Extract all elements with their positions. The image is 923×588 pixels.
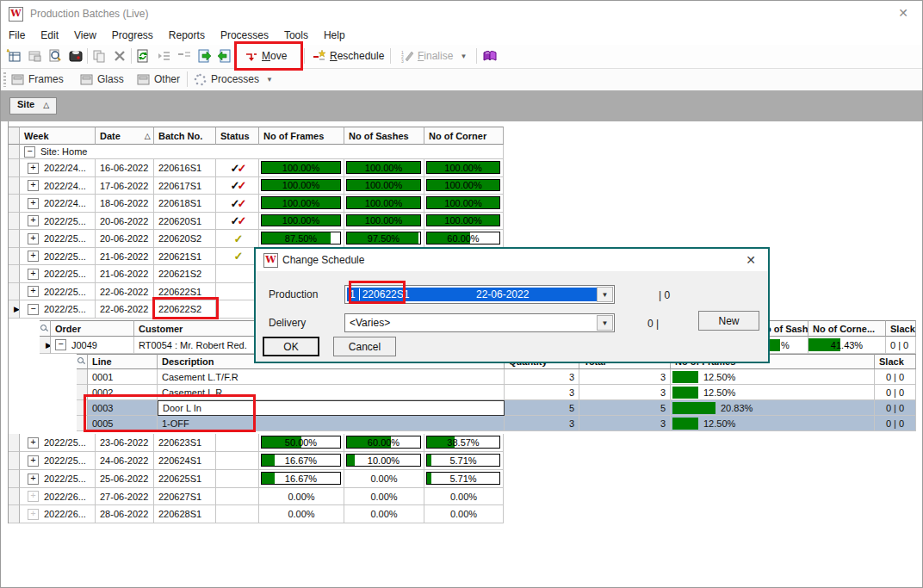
- status-cell[interactable]: [216, 505, 259, 523]
- line-cell[interactable]: 0005: [88, 416, 158, 431]
- corner-progress-cell[interactable]: 38.57%: [424, 434, 504, 452]
- collapse-button[interactable]: −: [28, 304, 39, 315]
- week-cell[interactable]: +2022/24...: [20, 195, 96, 213]
- expand-button[interactable]: +: [28, 215, 39, 226]
- frames-progress-cell[interactable]: 100.00%: [259, 159, 344, 177]
- slack-cell[interactable]: 0 | 0: [875, 416, 916, 431]
- expand-button[interactable]: +: [28, 180, 39, 191]
- week-cell[interactable]: +2022/24...: [20, 159, 96, 177]
- total-cell[interactable]: 3: [579, 385, 671, 400]
- description-cell[interactable]: Casement L.R: [158, 385, 505, 400]
- frames-progress-cell[interactable]: 0.00%: [259, 505, 344, 523]
- expand-button[interactable]: +: [28, 251, 39, 262]
- quantity-cell[interactable]: 3: [505, 369, 579, 385]
- header-line[interactable]: Line: [88, 354, 158, 369]
- header-no-of-frames[interactable]: No of Frames: [259, 127, 344, 145]
- frames-progress-cell[interactable]: 100.00%: [259, 195, 344, 213]
- quantity-cell[interactable]: 3: [505, 385, 579, 400]
- date-cell[interactable]: 20-06-2022: [96, 213, 154, 230]
- expand-button[interactable]: +: [28, 198, 39, 209]
- frames-progress-cell[interactable]: 50.00%: [259, 434, 344, 452]
- status-cell[interactable]: ✓✓: [216, 177, 259, 195]
- header-date[interactable]: Date△: [96, 127, 154, 145]
- line-cell[interactable]: 0003: [88, 400, 158, 416]
- slack-cell[interactable]: 0 | 0: [875, 385, 916, 400]
- frames-progress-cell[interactable]: 87.50%: [259, 230, 344, 248]
- header-order[interactable]: Order: [51, 320, 134, 337]
- week-cell[interactable]: +2022/25...: [20, 230, 96, 248]
- corner-progress-cell[interactable]: 0.00%: [424, 505, 504, 523]
- batch-no-cell[interactable]: 220623S1: [154, 434, 216, 452]
- status-cell[interactable]: [216, 488, 259, 505]
- frames-progress-cell[interactable]: 16.67%: [259, 470, 344, 488]
- header-line-slack[interactable]: Slack: [875, 354, 916, 369]
- status-cell[interactable]: ✓: [216, 230, 259, 248]
- date-cell[interactable]: 28-06-2022: [96, 505, 154, 523]
- header-status[interactable]: Status: [216, 127, 259, 145]
- header-no-of-corner[interactable]: No of Corner: [424, 127, 504, 145]
- week-cell[interactable]: +2022/25...: [20, 248, 96, 265]
- expand-button[interactable]: +: [28, 269, 39, 280]
- production-dropdown-icon[interactable]: ▼: [597, 287, 613, 302]
- collapse-button[interactable]: −: [24, 146, 35, 158]
- slack-cell[interactable]: 0 | 0: [875, 369, 916, 385]
- status-cell[interactable]: [216, 300, 259, 319]
- sashes-progress-cell[interactable]: 100.00%: [344, 159, 424, 177]
- week-cell[interactable]: +2022/25...: [20, 452, 96, 470]
- week-cell[interactable]: +2022/26...: [20, 505, 96, 523]
- status-cell[interactable]: [216, 283, 259, 300]
- ok-button[interactable]: OK: [263, 337, 319, 356]
- date-cell[interactable]: 24-06-2022: [96, 452, 154, 470]
- expand-button[interactable]: +: [28, 286, 39, 297]
- production-combobox[interactable]: 1 220622S1 22-06-2022 ▼: [344, 285, 615, 304]
- cancel-button[interactable]: Cancel: [333, 337, 396, 356]
- date-cell[interactable]: 25-06-2022: [96, 470, 154, 488]
- week-cell[interactable]: +2022/25...: [20, 470, 96, 488]
- date-cell[interactable]: 20-06-2022: [96, 230, 154, 248]
- frames-progress-cell[interactable]: 12.50%: [671, 416, 875, 431]
- batch-no-cell[interactable]: 220621S2: [154, 265, 216, 283]
- expand-button[interactable]: +: [28, 455, 39, 467]
- description-cell[interactable]: Casement L.T/F.R: [158, 369, 505, 385]
- sashes-progress-cell[interactable]: 0.00%: [344, 470, 424, 488]
- line-cell[interactable]: 0002: [88, 385, 158, 400]
- sashes-progress-cell[interactable]: 97.50%: [344, 230, 424, 248]
- description-cell[interactable]: Door L In: [158, 400, 505, 416]
- corner-progress-cell[interactable]: 100.00%: [424, 159, 504, 177]
- new-button[interactable]: New: [698, 311, 759, 331]
- quantity-cell[interactable]: 5: [505, 400, 579, 416]
- batch-no-cell[interactable]: 220625S1: [154, 470, 216, 488]
- batch-no-cell[interactable]: 220622S1: [154, 283, 216, 300]
- slack-cell[interactable]: 0 | 0: [886, 337, 916, 354]
- status-cell[interactable]: ✓: [216, 248, 259, 265]
- order-cell[interactable]: −J0049: [51, 337, 134, 354]
- status-cell[interactable]: ✓✓: [216, 159, 259, 177]
- expand-button[interactable]: +: [28, 163, 39, 174]
- expand-button[interactable]: +: [28, 233, 39, 244]
- week-cell[interactable]: +2022/25...: [20, 283, 96, 300]
- batch-no-cell[interactable]: 220617S1: [154, 177, 216, 195]
- sashes-progress-cell[interactable]: 100.00%: [344, 177, 424, 195]
- week-cell[interactable]: +2022/26...: [20, 488, 96, 505]
- batch-no-cell[interactable]: 220622S2: [154, 300, 216, 319]
- description-cell[interactable]: 1-OFF: [158, 416, 505, 431]
- frames-progress-cell[interactable]: 16.67%: [259, 452, 344, 470]
- quantity-cell[interactable]: 3: [505, 416, 579, 431]
- status-cell[interactable]: ✓✓: [216, 195, 259, 213]
- sashes-progress-cell[interactable]: 100.00%: [344, 195, 424, 213]
- sashes-progress-cell[interactable]: 0.00%: [344, 488, 424, 505]
- status-cell[interactable]: [216, 452, 259, 470]
- corner-progress-cell[interactable]: 5.71%: [424, 452, 504, 470]
- slack-cell[interactable]: 0 | 0: [875, 400, 916, 416]
- week-cell[interactable]: +2022/25...: [20, 213, 96, 230]
- date-cell[interactable]: 23-06-2022: [96, 434, 154, 452]
- date-cell[interactable]: 21-06-2022: [96, 265, 154, 283]
- status-cell[interactable]: [216, 470, 259, 488]
- total-cell[interactable]: 3: [579, 416, 671, 431]
- expand-button[interactable]: +: [28, 437, 39, 449]
- batch-no-cell[interactable]: 220618S1: [154, 195, 216, 213]
- frames-progress-cell[interactable]: 12.50%: [671, 385, 875, 400]
- status-cell[interactable]: [216, 434, 259, 452]
- line-cell[interactable]: 0001: [88, 369, 158, 385]
- date-cell[interactable]: 17-06-2022: [96, 177, 154, 195]
